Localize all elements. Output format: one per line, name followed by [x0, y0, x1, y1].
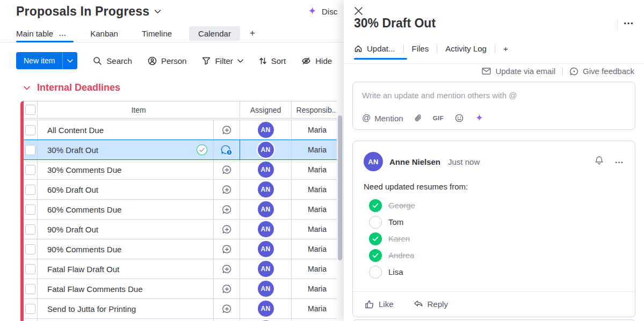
responsible-cell[interactable]: Maria — [292, 299, 343, 318]
avatar[interactable]: AN — [364, 152, 383, 171]
checklist-item[interactable]: Andrea — [369, 247, 415, 264]
open-conversation-button[interactable] — [214, 160, 240, 179]
avatar[interactable]: AN — [258, 281, 274, 297]
responsible-cell[interactable]: Maria — [292, 279, 343, 298]
tab-main-table[interactable]: Main table … — [16, 29, 67, 38]
item-name[interactable]: 60% Comments Due — [47, 205, 121, 214]
avatar[interactable]: AN — [258, 201, 274, 217]
item-name[interactable]: 90% Comments Due — [47, 245, 121, 254]
item-name[interactable]: Fatal Flaw Draft Out — [47, 265, 119, 274]
avatar[interactable]: AN — [258, 181, 274, 198]
column-header-assigned[interactable]: Assigned — [240, 101, 292, 118]
group-collapse-icon[interactable] — [24, 86, 30, 90]
close-panel-button[interactable] — [354, 6, 365, 17]
tab-calendar[interactable]: Calendar — [189, 26, 240, 41]
update-via-email-button[interactable]: Update via email — [482, 67, 555, 76]
group-title[interactable]: Internal Deadlines — [37, 82, 120, 93]
tab-menu-icon[interactable]: … — [59, 29, 67, 38]
update-menu-button[interactable]: … — [614, 155, 624, 166]
scrollbar-thumb[interactable] — [338, 115, 342, 260]
search-button[interactable]: Search — [93, 56, 132, 65]
checkbox-checked-icon[interactable] — [369, 249, 382, 262]
table-row[interactable]: 60% Comments Due AN Maria — [24, 200, 343, 220]
tab-activity-log[interactable]: Activity Log — [445, 44, 487, 53]
checklist-item[interactable]: Lisa — [369, 264, 415, 280]
table-row[interactable]: 60% Draft Out AN Maria — [24, 180, 343, 200]
item-name[interactable]: 90% Draft Out — [47, 225, 98, 234]
table-row-selected[interactable]: 30% Draft Out 1 AN Maria — [24, 140, 343, 160]
checklist-item[interactable]: George — [369, 197, 415, 214]
new-item-dropdown-icon[interactable] — [63, 52, 77, 69]
responsible-cell[interactable]: Maria — [292, 200, 343, 219]
checkbox-unchecked-icon[interactable] — [369, 266, 382, 279]
table-row[interactable]: 30% Comments Due AN Maria — [24, 160, 343, 180]
open-conversation-button[interactable] — [214, 180, 240, 199]
checkbox-checked-icon[interactable] — [369, 199, 382, 212]
ai-assist-button[interactable] — [475, 114, 484, 123]
item-menu-button[interactable]: … — [623, 14, 634, 27]
table-row[interactable]: All Content Due AN Maria — [24, 120, 343, 140]
reply-button[interactable]: Reply — [414, 300, 448, 309]
update-author[interactable]: Anne Nielsen — [389, 157, 440, 166]
row-checkbox[interactable] — [25, 244, 35, 254]
row-checkbox[interactable] — [25, 264, 35, 274]
ai-assistant-button[interactable]: Disc — [307, 6, 337, 17]
table-row[interactable]: 90% Draft Out AN Maria — [24, 220, 343, 239]
like-button[interactable]: Like — [365, 300, 394, 309]
open-conversation-button[interactable] — [214, 259, 240, 279]
new-item-button[interactable]: New item — [16, 52, 77, 69]
sort-button[interactable]: Sort — [259, 56, 286, 65]
row-checkbox[interactable] — [25, 145, 35, 155]
attach-file-button[interactable] — [415, 114, 422, 122]
item-name[interactable]: All Content Due — [47, 126, 104, 135]
responsible-cell[interactable]: Maria — [292, 220, 343, 239]
responsible-cell[interactable]: Maria — [292, 140, 343, 159]
tab-files[interactable]: Files — [412, 44, 429, 53]
row-checkbox[interactable] — [25, 165, 35, 175]
add-view-button[interactable]: + — [250, 28, 255, 39]
open-conversation-button[interactable] — [214, 279, 240, 298]
checklist-item[interactable]: Tom — [369, 214, 415, 230]
update-composer[interactable]: Write an update and mention others with … — [352, 82, 635, 130]
checkbox-unchecked-icon[interactable] — [369, 216, 382, 229]
responsible-cell[interactable]: Maria — [292, 120, 343, 140]
item-name[interactable]: Fatal Flaw Comments Due — [47, 284, 143, 294]
open-conversation-button[interactable] — [214, 319, 240, 321]
column-header-responsible[interactable]: Responsib... — [292, 101, 343, 118]
row-checkbox[interactable] — [25, 125, 35, 135]
avatar[interactable]: AN — [258, 142, 274, 158]
bell-icon[interactable] — [595, 156, 604, 165]
open-conversation-button[interactable]: 1 — [214, 140, 240, 159]
tab-timeline[interactable]: Timeline — [142, 29, 172, 38]
give-feedback-button[interactable]: Give feedback — [570, 67, 634, 76]
item-name[interactable]: Send to Jutta for Printing — [47, 304, 136, 313]
row-checkbox[interactable] — [25, 185, 35, 195]
emoji-button[interactable] — [455, 114, 464, 122]
open-conversation-button[interactable] — [214, 220, 240, 239]
board-title-chevron-icon[interactable] — [154, 9, 161, 14]
gif-button[interactable]: GIF — [433, 115, 444, 121]
open-conversation-button[interactable] — [214, 200, 240, 219]
avatar[interactable]: AN — [258, 162, 274, 178]
add-detail-tab-button[interactable]: + — [503, 44, 508, 53]
mention-button[interactable]: @ Mention — [362, 113, 403, 123]
responsible-cell[interactable]: Maria — [292, 319, 343, 321]
responsible-cell[interactable]: Maria — [292, 160, 343, 179]
filter-button[interactable]: Filter — [202, 56, 243, 65]
item-name[interactable]: 60% Draft Out — [47, 185, 98, 194]
table-row-partial[interactable]: AN Maria — [24, 319, 343, 321]
table-row[interactable]: Fatal Flaw Comments Due AN Maria — [24, 279, 343, 299]
item-name[interactable]: 30% Comments Due — [47, 165, 121, 174]
hide-button[interactable]: Hide — [301, 56, 332, 65]
row-checkbox[interactable] — [25, 205, 35, 215]
responsible-cell[interactable]: Maria — [292, 239, 343, 259]
open-conversation-button[interactable] — [214, 120, 240, 140]
row-checkbox[interactable] — [25, 304, 35, 314]
filter-chevron-icon[interactable] — [237, 59, 243, 63]
responsible-cell[interactable]: Maria — [292, 259, 343, 279]
avatar[interactable]: AN — [258, 221, 274, 237]
row-checkbox[interactable] — [25, 224, 35, 235]
checkbox-checked-icon[interactable] — [369, 232, 382, 245]
item-name[interactable]: 30% Draft Out — [47, 145, 98, 155]
avatar[interactable]: AN — [258, 241, 274, 257]
